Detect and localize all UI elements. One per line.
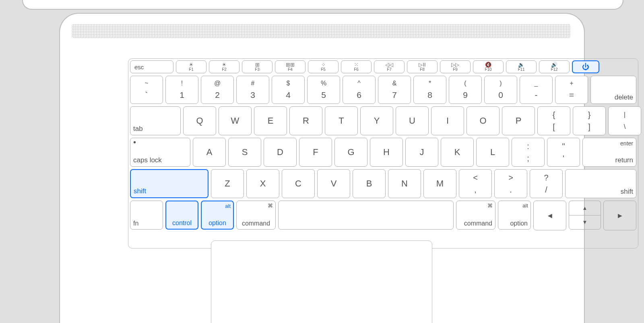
key--[interactable]: _-	[520, 76, 553, 104]
key-bracket-right[interactable]: }]	[573, 106, 606, 135]
key-f6[interactable]: ⁙F6	[341, 60, 372, 73]
trackpad[interactable]	[211, 240, 432, 323]
key-command-right[interactable]: ⌘command	[456, 201, 495, 230]
key-4[interactable]: $4	[272, 76, 305, 104]
key-f10[interactable]: 🔇F10	[473, 60, 504, 73]
key-c[interactable]: C	[282, 169, 315, 198]
fn-icon: ⁘	[321, 62, 326, 67]
key-tab[interactable]: tab	[130, 106, 181, 135]
key-5[interactable]: %5	[307, 76, 340, 104]
modifier-row: fncontrolaltoption⌘command⌘commandaltopt…	[130, 201, 636, 230]
key-q[interactable]: Q	[183, 106, 216, 135]
key-arrow-left[interactable]: ◀	[533, 201, 566, 230]
keyboard: esc☀F1☀F2⊞F3⊞⊞F4⁘F5⁙F6◁◁F7▷IIF8▷▷F9🔇F10🔉…	[128, 58, 638, 248]
key-option-left[interactable]: altoption	[201, 201, 234, 230]
key-f4[interactable]: ⊞⊞F4	[275, 60, 305, 73]
key-semicolon[interactable]: :;	[512, 138, 545, 167]
key-space[interactable]	[278, 201, 454, 230]
key-quote[interactable]: "'	[547, 138, 580, 167]
arrow-cluster: ◀▲▼▶	[533, 201, 636, 230]
key-o[interactable]: O	[466, 106, 500, 135]
key-d[interactable]: D	[264, 138, 297, 167]
key-f3[interactable]: ⊞F3	[242, 60, 272, 73]
fn-icon: ☀	[189, 62, 194, 67]
key-arrow-up[interactable]: ▲	[569, 201, 601, 215]
key-=[interactable]: +=	[555, 76, 588, 104]
key-shift-left[interactable]: shift	[130, 169, 208, 198]
key-u[interactable]: U	[396, 106, 429, 135]
function-row: esc☀F1☀F2⊞F3⊞⊞F4⁘F5⁙F6◁◁F7▷IIF8▷▷F9🔇F10🔉…	[130, 60, 636, 73]
key-y[interactable]: Y	[360, 106, 393, 135]
key-f[interactable]: F	[299, 138, 332, 167]
fn-icon: ▷▷	[451, 62, 459, 67]
key-f11[interactable]: 🔉F11	[506, 60, 537, 73]
key-8[interactable]: *8	[413, 76, 446, 104]
key-f12[interactable]: 🔊F12	[539, 60, 570, 73]
key-3[interactable]: #3	[236, 76, 269, 104]
fn-icon: 🔇	[485, 62, 491, 67]
number-row: ~`!1@2#3$4%5^6&7*8(9)0_-+=delete	[130, 76, 636, 104]
key-f8[interactable]: ▷IIF8	[407, 60, 438, 73]
key-period[interactable]: >.	[494, 169, 527, 198]
key-control-left[interactable]: control	[165, 201, 198, 230]
key-r[interactable]: R	[289, 106, 322, 135]
key-e[interactable]: E	[254, 106, 287, 135]
key-x[interactable]: X	[246, 169, 279, 198]
key-capslock[interactable]: •caps lock	[130, 138, 190, 167]
key-power[interactable]: ⏻	[572, 60, 599, 73]
key-fn[interactable]: fn	[130, 201, 163, 230]
key-v[interactable]: V	[317, 169, 350, 198]
fn-icon: ⊞	[255, 62, 260, 67]
key-1[interactable]: !1	[165, 76, 198, 104]
fn-icon: ⊞⊞	[286, 62, 295, 67]
key-n[interactable]: N	[388, 169, 421, 198]
key-0[interactable]: )0	[484, 76, 517, 104]
key-s[interactable]: S	[228, 138, 261, 167]
key-command-left[interactable]: ⌘command	[236, 201, 276, 230]
key-esc[interactable]: esc	[130, 60, 173, 73]
key-f2[interactable]: ☀F2	[209, 60, 239, 73]
fn-icon: ⁙	[354, 62, 359, 67]
key-t[interactable]: T	[325, 106, 358, 135]
key-z[interactable]: Z	[211, 169, 244, 198]
fn-icon: ◁◁	[385, 62, 393, 67]
key-option-right[interactable]: altoption	[498, 201, 531, 230]
key-h[interactable]: H	[370, 138, 403, 167]
key-f5[interactable]: ⁘F5	[308, 60, 339, 73]
key-f7[interactable]: ◁◁F7	[374, 60, 405, 73]
key-9[interactable]: (9	[449, 76, 482, 104]
key-comma[interactable]: <,	[459, 169, 492, 198]
fn-icon: ▷II	[419, 62, 425, 67]
key-slash[interactable]: ?/	[530, 169, 563, 198]
key-backslash[interactable]: |\	[608, 106, 641, 135]
qwerty-row: tabQWERTYUIOP{[}]|\	[130, 106, 636, 135]
key-j[interactable]: J	[405, 138, 438, 167]
key-arrow-right[interactable]: ▶	[603, 201, 636, 230]
key-2[interactable]: @2	[201, 76, 234, 104]
key-bracket-left[interactable]: {[	[537, 106, 570, 135]
speaker-grille	[72, 24, 570, 38]
laptop-lid-edge	[22, 0, 623, 10]
fn-icon: 🔉	[518, 62, 524, 67]
key-7[interactable]: &7	[378, 76, 411, 104]
key-f9[interactable]: ▷▷F9	[440, 60, 471, 73]
home-row: •caps lockASDFGHJKL:;"'enterreturn	[130, 138, 636, 167]
key-a[interactable]: A	[193, 138, 226, 167]
key-f1[interactable]: ☀F1	[176, 60, 206, 73]
key-k[interactable]: K	[441, 138, 474, 167]
key-backtick[interactable]: ~`	[130, 76, 163, 104]
key-arrow-down[interactable]: ▼	[569, 215, 601, 230]
key-l[interactable]: L	[476, 138, 509, 167]
power-icon: ⏻	[582, 63, 589, 70]
key-m[interactable]: M	[423, 169, 456, 198]
key-i[interactable]: I	[431, 106, 464, 135]
fn-icon: ☀	[222, 62, 227, 67]
key-6[interactable]: ^6	[343, 76, 376, 104]
key-w[interactable]: W	[219, 106, 252, 135]
key-g[interactable]: G	[334, 138, 367, 167]
key-return[interactable]: enterreturn	[582, 138, 636, 167]
key-delete[interactable]: delete	[590, 76, 636, 104]
key-b[interactable]: B	[353, 169, 386, 198]
key-p[interactable]: P	[502, 106, 535, 135]
key-shift-right[interactable]: shift	[565, 169, 636, 198]
